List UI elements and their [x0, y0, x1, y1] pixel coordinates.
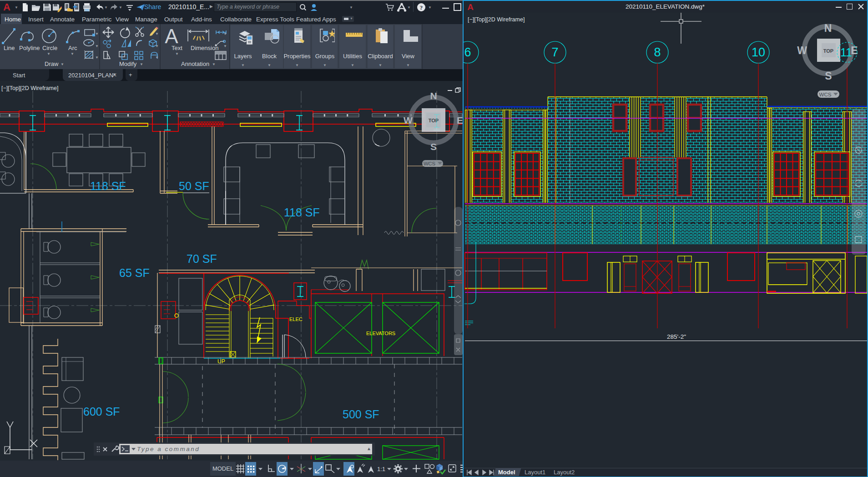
- svg-text:65 SF: 65 SF: [119, 266, 150, 279]
- svg-text:TOP: TOP: [429, 118, 439, 123]
- svg-text:WCS: WCS: [424, 161, 435, 166]
- svg-text:WCS: WCS: [819, 92, 832, 97]
- svg-text:S: S: [825, 70, 832, 82]
- svg-text:70 SF: 70 SF: [187, 252, 217, 265]
- svg-text:?: ?: [420, 4, 423, 11]
- svg-text:1:1: 1:1: [377, 466, 385, 472]
- svg-text:S: S: [430, 141, 437, 152]
- svg-text:N: N: [824, 22, 832, 34]
- svg-text:8: 8: [654, 45, 661, 59]
- svg-text:TOP: TOP: [823, 48, 833, 54]
- svg-text:UP: UP: [217, 358, 225, 365]
- svg-text:A: A: [467, 2, 474, 12]
- svg-text:600 SF: 600 SF: [83, 405, 120, 418]
- svg-text:E: E: [457, 115, 463, 126]
- svg-text:285'-2": 285'-2": [667, 333, 686, 340]
- svg-text:7: 7: [551, 45, 558, 59]
- svg-text:W: W: [797, 45, 807, 56]
- svg-text:10: 10: [752, 45, 765, 59]
- svg-text:A: A: [165, 26, 178, 47]
- svg-text:MODEL: MODEL: [212, 465, 233, 472]
- svg-text:6: 6: [464, 45, 471, 59]
- svg-text:ELEC: ELEC: [289, 316, 303, 322]
- svg-text:118 SF: 118 SF: [90, 180, 126, 192]
- svg-text:ELEVATORS: ELEVATORS: [366, 331, 395, 336]
- svg-text:50 SF: 50 SF: [179, 180, 209, 192]
- svg-text:N: N: [430, 90, 437, 101]
- svg-text:500 SF: 500 SF: [343, 408, 379, 421]
- svg-text:A: A: [3, 1, 10, 13]
- svg-text:11: 11: [840, 46, 852, 59]
- svg-text:W: W: [404, 115, 413, 126]
- svg-text:118 SF: 118 SF: [284, 206, 320, 219]
